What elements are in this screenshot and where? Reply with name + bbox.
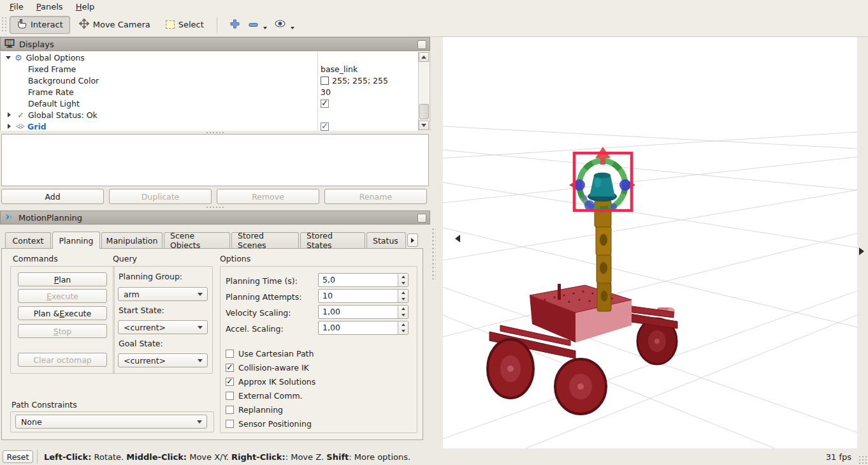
replanning-checkbox[interactable] [226, 406, 234, 414]
interact-tool-button[interactable]: Interact [10, 16, 70, 34]
plus-icon [230, 19, 240, 31]
window-resize-grip[interactable] [858, 455, 867, 464]
zoom-out-dropdown-caret[interactable] [263, 27, 267, 31]
scrollbar-down-button[interactable] [419, 121, 429, 130]
tree-row-background-color[interactable]: Background Color 255; 255; 255 [1, 75, 430, 86]
tab-planning[interactable]: Planning [52, 232, 100, 249]
spin-down-icon[interactable] [398, 296, 408, 302]
collapse-right-dock-arrow[interactable] [859, 247, 868, 255]
tree-row-fixed-frame[interactable]: Fixed Frame base_link [1, 63, 430, 75]
accel-scaling-spinbox[interactable]: 1,00 [318, 321, 409, 335]
spin-up-icon[interactable] [398, 306, 408, 312]
select-tool-button[interactable]: Select [159, 16, 210, 34]
replanning-row[interactable]: Replanning [226, 405, 283, 415]
motionplanning-float-button[interactable] [417, 214, 426, 223]
displays-property-tree[interactable]: ⚙ Global Options Fixed Frame base_link B… [0, 52, 430, 131]
tree-row-frame-rate[interactable]: Frame Rate 30 [1, 86, 430, 98]
spin-down-icon[interactable] [398, 280, 408, 286]
spin-up-icon[interactable] [398, 290, 408, 296]
tab-scroll-right-button[interactable] [407, 233, 418, 247]
marker-handle-blue[interactable] [584, 200, 595, 210]
marker-handle-blue[interactable] [611, 203, 617, 210]
move-camera-tool-button[interactable]: Move Camera [73, 16, 157, 34]
spin-down-icon[interactable] [398, 312, 408, 318]
external-comm-row[interactable]: External Comm. [226, 391, 303, 401]
use-cartesian-path-checkbox[interactable] [226, 350, 234, 358]
expander-right-icon[interactable] [8, 124, 13, 129]
menu-panels[interactable]: Panels [31, 1, 69, 12]
goal-state-combo[interactable]: <current> [118, 353, 208, 367]
grid-checkbox[interactable] [321, 122, 329, 131]
zoom-in-tool-button[interactable] [226, 16, 243, 34]
collapse-left-dock-arrow[interactable] [451, 235, 460, 242]
planning-time-label: Planning Time (s): [226, 276, 298, 286]
3d-viewport[interactable] [443, 37, 857, 448]
marker-handle-blue[interactable] [619, 179, 631, 191]
reset-button[interactable]: Reset [3, 450, 33, 463]
spin-up-icon[interactable] [398, 274, 408, 280]
planning-attempts-value[interactable]: 10 [319, 290, 398, 302]
planning-time-value[interactable]: 5,0 [319, 274, 398, 286]
right-dock-strip[interactable] [857, 37, 868, 448]
tab-context[interactable]: Context [5, 232, 51, 248]
tab-stored-scenes[interactable]: Stored Scenes [231, 232, 299, 248]
menu-help[interactable]: Help [70, 1, 101, 12]
zoom-out-tool-button[interactable] [246, 16, 270, 34]
sensor-positioning-checkbox[interactable] [226, 420, 234, 428]
spin-arrows[interactable] [398, 321, 408, 334]
dock-splitter-grip[interactable] [432, 228, 436, 279]
plan-and-execute-button[interactable]: Plan & Execute [18, 306, 107, 320]
collision-aware-ik-checkbox[interactable] [226, 364, 234, 372]
expander-right-icon[interactable] [8, 112, 13, 117]
menu-file[interactable]: File [4, 1, 29, 12]
tree-row-grid[interactable]: Grid [1, 121, 430, 131]
displays-float-button[interactable] [417, 40, 426, 49]
spin-arrows[interactable] [398, 274, 408, 286]
planning-time-spinbox[interactable]: 5,0 [318, 273, 409, 287]
start-state-combo[interactable]: <current> [118, 320, 208, 334]
displays-selection-area[interactable] [1, 134, 429, 186]
spin-up-icon[interactable] [398, 321, 408, 328]
tree-row-global-options[interactable]: ⚙ Global Options [1, 52, 430, 63]
tab-manipulation[interactable]: Manipulation [101, 232, 163, 248]
tab-stored-states[interactable]: Stored States [300, 232, 365, 248]
sensor-positioning-row[interactable]: Sensor Positioning [226, 419, 312, 429]
planning-group-combo[interactable]: arm [118, 287, 208, 301]
color-swatch[interactable] [321, 77, 329, 85]
displays-scrollbar[interactable] [418, 52, 429, 131]
spin-arrows[interactable] [398, 306, 408, 318]
background-color-value[interactable]: 255; 255; 255 [332, 76, 388, 85]
tree-row-global-status[interactable]: ✓ Global Status: Ok [1, 109, 430, 121]
velocity-scaling-spinbox[interactable]: 1,00 [318, 305, 409, 319]
frame-rate-value[interactable]: 30 [321, 87, 331, 97]
approx-ik-solutions-checkbox[interactable] [226, 378, 234, 386]
dock-splitter-strip[interactable] [430, 37, 443, 448]
visibility-tool-button[interactable] [272, 16, 297, 34]
tree-row-default-light[interactable]: Default Light [1, 98, 430, 109]
default-light-checkbox[interactable] [321, 100, 329, 108]
panel-splitter-handle[interactable] [206, 206, 224, 209]
accel-scaling-value[interactable]: 1,00 [319, 321, 398, 334]
motionplanning-panel-header[interactable]: MotionPlanning [0, 210, 430, 225]
tab-scene-objects[interactable]: Scene Objects [164, 232, 230, 248]
expander-down-icon[interactable] [6, 56, 11, 62]
collision-aware-ik-row[interactable]: Collision-aware IK [226, 363, 309, 373]
path-constraints-combo[interactable]: None [15, 415, 207, 429]
external-comm-checkbox[interactable] [226, 392, 234, 400]
menu-bar: File Panels Help [0, 0, 868, 13]
displays-panel-header[interactable]: Displays [0, 37, 430, 51]
velocity-scaling-value[interactable]: 1,00 [319, 306, 398, 318]
scrollbar-up-button[interactable] [419, 52, 429, 62]
spin-arrows[interactable] [398, 290, 408, 302]
plan-button[interactable]: Plan [18, 272, 107, 286]
planning-attempts-spinbox[interactable]: 10 [318, 289, 409, 303]
fixed-frame-value[interactable]: base_link [321, 64, 358, 74]
tab-status[interactable]: Status [366, 232, 406, 248]
add-display-button[interactable]: Add [1, 189, 104, 204]
scrollbar-thumb[interactable] [419, 104, 429, 119]
approx-ik-solutions-row[interactable]: Approx IK Solutions [226, 377, 315, 387]
toolbar-grip[interactable] [1, 17, 7, 33]
spin-down-icon[interactable] [398, 328, 408, 334]
visibility-dropdown-caret[interactable] [291, 27, 294, 31]
use-cartesian-path-row[interactable]: Use Cartesian Path [226, 349, 314, 358]
